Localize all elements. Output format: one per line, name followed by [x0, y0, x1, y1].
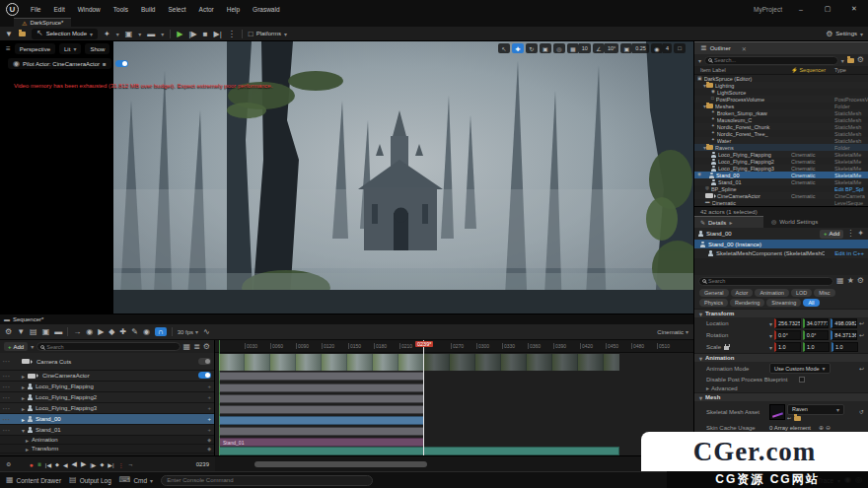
chevron-right-icon[interactable]: ▸	[26, 446, 29, 453]
track-row[interactable]: ▪▪▪ ▸ Loco_Flying_Flapping +	[0, 382, 214, 392]
show-dropdown[interactable]: Show	[85, 43, 109, 54]
outliner-row[interactable]: ▾MeshesFolder	[694, 103, 868, 109]
playhead-line[interactable]	[423, 340, 424, 455]
filter-icon[interactable]: ▾	[698, 57, 701, 64]
chevron-down-icon[interactable]: ▾	[769, 332, 772, 339]
scale-x-field[interactable]: 1.0	[774, 342, 801, 352]
outliner-row[interactable]: ✦WaterStaticMesh	[694, 137, 868, 144]
sequencer-options-icon[interactable]: ⚙	[5, 327, 12, 336]
chevron-right-icon[interactable]: ▸	[22, 383, 25, 390]
track-filter-icon[interactable]: ▾	[31, 343, 34, 350]
keyframe-nav-icons[interactable]: ◆	[207, 437, 211, 443]
track-settings-icon[interactable]: ⚙	[203, 343, 210, 351]
console-command-input[interactable]	[167, 477, 367, 483]
track-toggles-icon[interactable]: ▪▪▪	[3, 374, 19, 379]
content-drawer-button[interactable]: ▦ Content Drawer	[6, 476, 61, 484]
outliner-row-selected[interactable]: ◉Stand_00CinematicSkeletalMe	[694, 172, 868, 178]
advanced-row[interactable]: ▸ Advanced	[694, 383, 868, 392]
grid-snap-value[interactable]: 10	[579, 43, 591, 53]
move-tool-icon[interactable]: ✚	[512, 43, 524, 53]
track-animation[interactable]: ▸ Animation ◆	[0, 436, 214, 445]
animation-mode-dropdown[interactable]: Use Custom Mode ▾	[769, 363, 831, 374]
camera-speed-control[interactable]: ◉ 4	[651, 43, 672, 53]
section-transform[interactable]: ▾ Transform	[694, 309, 868, 317]
outliner-search[interactable]	[704, 56, 838, 65]
scale-snap-value[interactable]: 0.25	[632, 43, 649, 53]
auto-key-icon[interactable]: ✚	[120, 327, 127, 336]
add-section-icon[interactable]: +	[207, 405, 211, 411]
chevron-right-icon[interactable]: ▸	[26, 437, 29, 444]
save-icon[interactable]: ▼	[5, 30, 13, 38]
loco2-section[interactable]	[219, 394, 424, 403]
post-process-checkbox[interactable]	[799, 377, 805, 383]
step-back-button[interactable]: ◀	[63, 461, 68, 468]
perspective-dropdown[interactable]: Perspective	[15, 43, 55, 54]
outliner-search-input[interactable]	[714, 57, 834, 63]
mesh-asset-dropdown[interactable]: Raven ▾	[787, 404, 844, 415]
track-toggles-icon[interactable]: ▪▪▪	[3, 417, 19, 422]
add-component-button[interactable]: + Add	[820, 230, 843, 239]
outliner-row[interactable]: ▾RavensFolder	[694, 144, 868, 151]
viewport-options-icon[interactable]: ≡	[6, 45, 11, 53]
outliner-tab[interactable]: ≣ Outliner ✕	[694, 41, 868, 54]
chip-misc[interactable]: Misc	[814, 289, 834, 297]
loop-marker-icon[interactable]: ⋮	[118, 461, 124, 468]
stand00-section-selected[interactable]	[219, 416, 424, 425]
render-movie-icon[interactable]: ▬	[54, 327, 62, 336]
transform-section[interactable]	[219, 447, 619, 455]
close-button[interactable]: ✕	[846, 5, 862, 13]
frame-skip-button[interactable]: |▶	[188, 30, 196, 38]
track-search[interactable]	[36, 342, 180, 351]
track-cinecamera[interactable]: ▪▪▪ ▸ CineCameraActor	[0, 371, 214, 382]
outliner-row[interactable]: ✦Nordic_Forest_ChunkStaticMesh	[694, 123, 868, 130]
keyframe-nav-icons[interactable]: ◆	[207, 446, 211, 452]
grid-snap-control[interactable]: ▦ 10	[567, 43, 591, 53]
details-search[interactable]	[698, 277, 833, 286]
jump-to-end-button[interactable]: ▶|	[214, 30, 222, 38]
minimize-button[interactable]: –	[793, 6, 809, 13]
previous-key-button[interactable]: ◆	[55, 461, 59, 467]
delete-element-icon[interactable]: ⊖	[826, 425, 831, 431]
chip-lod[interactable]: LOD	[791, 289, 812, 297]
menu-window[interactable]: Window	[77, 4, 102, 15]
add-section-icon[interactable]: +	[207, 416, 211, 422]
component-root-row[interactable]: Stand_00 (Instance)	[694, 240, 868, 248]
rotation-snap-value[interactable]: 10°	[605, 43, 618, 53]
create-camera-icon[interactable]: ▣	[42, 327, 50, 336]
cinecamera-section[interactable]	[219, 372, 424, 381]
sequencer-timeline[interactable]: 0030 0060 0090 0120 0150 0180 0210 0270 …	[215, 340, 693, 455]
curve-editor-icon[interactable]: ∿	[203, 327, 210, 336]
settings-dropdown[interactable]: ⚙ Settings ▾	[826, 30, 863, 38]
chevron-down-icon[interactable]: ▾	[841, 57, 844, 64]
track-list-icon[interactable]: ≣	[193, 343, 200, 351]
track-row[interactable]: ▪▪▪ ▸ Loco_Flying_Flapping3 +	[0, 403, 214, 414]
pilot-actor-chip[interactable]: ◉ Pilot Actor: CineCameraActor ■	[8, 58, 111, 69]
add-section-icon[interactable]: +	[207, 394, 211, 400]
outliner-row[interactable]: ✦Nordic_Forest_Tree_StaticMesh	[694, 130, 868, 137]
sequencer-tab[interactable]: ▬ Sequencer*	[0, 314, 693, 324]
animation-clip[interactable]: Stand_01	[219, 438, 424, 447]
lock-details-icon[interactable]: ✦	[857, 230, 864, 238]
add-track-button[interactable]: + Add	[4, 342, 28, 351]
sequence-breadcrumb[interactable]: Cinematic ▾	[657, 328, 688, 335]
current-time-field[interactable]: 0239	[196, 461, 209, 467]
rotation-y-field[interactable]: 0.0°	[803, 330, 830, 340]
scale-tool-icon[interactable]: ▣	[540, 43, 551, 53]
loco1-section[interactable]	[219, 383, 424, 392]
chip-streaming[interactable]: Streaming	[766, 299, 801, 307]
chevron-right-icon[interactable]: ▸	[22, 394, 25, 401]
chevron-down-icon[interactable]: ▾	[769, 320, 772, 327]
output-log-button[interactable]: ▤ Output Log	[69, 476, 111, 484]
add-element-icon[interactable]: ⊕	[819, 425, 824, 431]
menu-actor[interactable]: Actor	[198, 4, 215, 15]
outliner-row[interactable]: ✦Mausoleum_CStaticMesh	[694, 116, 868, 123]
level-tab[interactable]: ⚠ DarkSpruce*	[14, 18, 71, 27]
stand01-section[interactable]	[219, 427, 424, 436]
outliner-row[interactable]: ◉LightSource	[694, 89, 868, 96]
view-mode-dropdown[interactable]: Lit ▾	[59, 43, 81, 54]
jump-to-end-button[interactable]: ▶|	[108, 461, 113, 468]
use-selected-icon[interactable]: ↩	[787, 416, 791, 421]
actions-icon[interactable]: →	[73, 327, 81, 336]
next-key-button[interactable]: ◆	[100, 461, 104, 467]
chevron-right-icon[interactable]: ▸	[22, 405, 25, 412]
